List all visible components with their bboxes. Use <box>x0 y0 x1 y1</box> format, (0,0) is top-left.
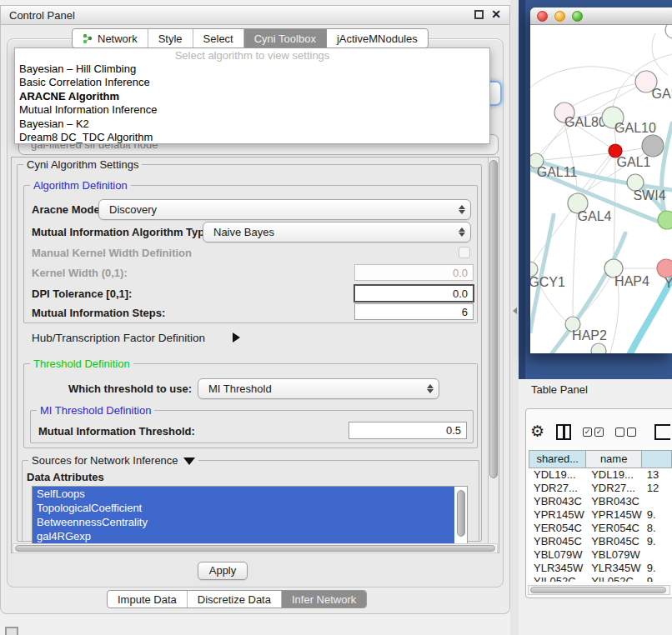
aracne-mode-label: Aracne Mode: <box>32 203 103 216</box>
algorithm-option[interactable]: Bayesian – K2 <box>15 118 489 131</box>
table-horizontal-scrollbar[interactable] <box>528 585 670 595</box>
attribute-item[interactable]: gal4RGexp <box>33 529 454 543</box>
mi-algorithm-type-combobox[interactable]: Naive Bayes <box>203 222 471 242</box>
hub-definition-label: Hub/Transcription Factor Definition <box>32 332 205 344</box>
tab-network[interactable]: Network <box>73 29 148 48</box>
table-toolbar: ⚙ ✓✓ <box>530 418 670 445</box>
mi-threshold-definition-title: MI Threshold Definition <box>37 404 154 417</box>
network-canvas[interactable]: GAL7GAL80GAL10GAL1GAL11SWI4GAL4GCY1HAP4Y… <box>530 25 672 353</box>
table-row[interactable]: YDR27...YDR27...12 <box>529 482 672 495</box>
mi-threshold-field[interactable]: 0.5 <box>349 422 467 439</box>
table-row[interactable]: YDL19...YDL19...13 <box>529 468 672 482</box>
table-row[interactable]: YLR345WYLR345W9. <box>529 562 672 575</box>
data-attributes-label: Data Attributes <box>27 471 104 483</box>
combo-arrows-icon <box>454 205 470 214</box>
table-cell: YDR27... <box>529 482 586 495</box>
table-cell: YBR045C <box>586 535 642 548</box>
table-row[interactable]: YIL052CYIL052C9 <box>529 575 672 582</box>
attribute-item[interactable]: BetweennessCentrality <box>33 515 454 529</box>
table-cell: YLR345W <box>529 562 586 575</box>
table-cell: 13 <box>642 468 672 482</box>
network-node[interactable] <box>642 135 664 157</box>
which-threshold-combobox[interactable]: MI Threshold <box>198 378 439 399</box>
data-attributes-list[interactable]: SelfLoopsTopologicalCoefficientBetweenne… <box>32 486 468 544</box>
close-window-icon[interactable] <box>537 11 548 22</box>
table-cell: YIL052C <box>529 575 586 582</box>
show-columns-icon[interactable]: ✓✓ <box>583 428 604 437</box>
tab-impute-data[interactable]: Impute Data <box>108 591 188 608</box>
tab-style[interactable]: Style <box>148 29 193 48</box>
horizontal-scroll-thumb[interactable] <box>15 545 495 552</box>
zoom-window-icon[interactable] <box>572 11 583 22</box>
node-label: GCY1 <box>530 275 565 289</box>
panel-divider[interactable] <box>510 0 519 635</box>
mi-steps-field[interactable]: 6 <box>354 303 474 320</box>
attribute-list-scrollbar[interactable] <box>457 490 465 537</box>
hub-disclosure-icon[interactable] <box>233 332 240 342</box>
algorithm-option[interactable]: Dream8 DC_TDC Algorithm <box>15 131 489 144</box>
bottom-left-icon[interactable] <box>5 627 18 635</box>
column-header[interactable]: name <box>586 450 642 468</box>
node-label: GAL80 <box>564 115 606 129</box>
dpi-tolerance-field[interactable]: 0.0 <box>354 284 474 302</box>
table-scroll-thumb[interactable] <box>530 587 666 593</box>
algorithm-definition-title: Algorithm Definition <box>30 179 131 192</box>
aracne-mode-combobox[interactable]: Discovery <box>98 199 471 220</box>
table-cell: YIL052C <box>586 575 642 582</box>
vertical-scroll-thumb[interactable] <box>489 160 498 478</box>
table-row[interactable]: YPR145WYPR145W9. <box>529 508 672 522</box>
table-settings-gear-icon[interactable]: ⚙ <box>530 423 544 440</box>
network-node-y[interactable] <box>657 259 672 278</box>
table-cell: YPR145W <box>586 508 642 522</box>
sources-collapse-icon[interactable] <box>183 458 195 465</box>
dpi-tolerance-label: DPI Tolerance [0,1]: <box>32 288 132 300</box>
attribute-item[interactable]: SelfLoops <box>33 487 454 501</box>
column-layout-icon[interactable] <box>556 424 571 440</box>
algorithm-prompt: Select algorithm to view settings <box>15 48 489 62</box>
manual-kernel-width-checkbox[interactable] <box>459 247 470 258</box>
table-function-icon[interactable] <box>654 424 670 440</box>
cyni-mode-tabbar: Impute Data Discretize Data Infer Networ… <box>107 590 367 608</box>
table-cell: YLR345W <box>586 562 642 575</box>
tab-select[interactable]: Select <box>193 29 244 48</box>
network-node[interactable] <box>665 25 672 38</box>
close-panel-icon[interactable]: ✕ <box>491 10 501 19</box>
table-row[interactable]: YBL079WYBL079W <box>529 548 672 562</box>
float-panel-icon[interactable] <box>474 10 484 19</box>
hide-columns-icon[interactable] <box>615 428 636 437</box>
network-node[interactable] <box>658 211 672 229</box>
settings-vertical-scrollbar[interactable] <box>488 158 499 552</box>
kernel-width-field[interactable]: 0.0 <box>354 264 474 281</box>
apply-button[interactable]: Apply <box>198 562 248 580</box>
table-row[interactable]: YER054CYER054C8. <box>529 522 672 535</box>
sources-group-title: Sources for Network Inference <box>28 454 198 467</box>
node-table: shared...name YDL19...YDL19...13YDR27...… <box>529 450 672 582</box>
collapse-divider-icon[interactable] <box>513 308 517 314</box>
mi-steps-label: Mutual Information Steps: <box>32 307 165 319</box>
combo-arrows-icon <box>454 228 470 237</box>
table-row[interactable]: YBR043CYBR043C <box>529 495 672 508</box>
column-header[interactable]: shared... <box>529 450 586 468</box>
algorithm-option[interactable]: Bayesian – Hill Climbing <box>15 62 489 76</box>
node-label: GAL1 <box>617 155 651 169</box>
network-node[interactable] <box>591 343 606 353</box>
node-label: GAL10 <box>614 121 656 135</box>
network-window-titlebar[interactable] <box>530 8 672 25</box>
table-cell: YBR045C <box>529 535 586 548</box>
tab-discretize-data[interactable]: Discretize Data <box>188 591 282 608</box>
node-label: GAL4 <box>578 209 612 223</box>
table-row[interactable]: YBR045CYBR045C9. <box>529 535 672 548</box>
settings-horizontal-scrollbar[interactable] <box>13 543 498 553</box>
tab-infer-network[interactable]: Infer Network <box>282 591 366 608</box>
tab-cyni-toolbox[interactable]: Cyni Toolbox <box>244 29 327 48</box>
tab-jactivemnodules[interactable]: jActiveMNodules <box>327 29 428 48</box>
node-label: GAL11 <box>537 165 578 179</box>
table-cell: YPR145W <box>529 508 586 522</box>
algorithm-option[interactable]: ARACNE Algorithm <box>15 90 489 103</box>
attribute-item[interactable]: TopologicalCoefficient <box>33 501 454 515</box>
mi-threshold-label: Mutual Information Threshold: <box>38 425 195 438</box>
column-header[interactable] <box>642 450 672 468</box>
minimize-window-icon[interactable] <box>554 11 565 22</box>
algorithm-option[interactable]: Mutual Information Inference <box>15 103 489 117</box>
algorithm-option[interactable]: Basic Correlation Inference <box>15 76 489 89</box>
